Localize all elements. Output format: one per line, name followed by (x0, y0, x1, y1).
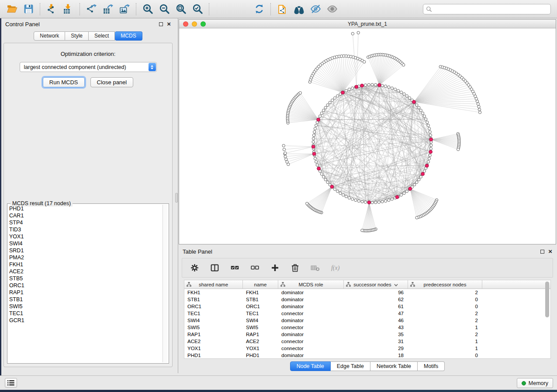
search-network-icon[interactable] (292, 2, 306, 16)
close-panel-icon[interactable]: × (167, 22, 171, 26)
mcds-result-item[interactable]: SRD1 (9, 247, 162, 254)
toolbar-separator (40, 3, 40, 15)
search-input[interactable] (423, 4, 551, 14)
mcds-result-scrollbar[interactable] (163, 205, 168, 362)
table-cell: ORC1 (184, 304, 243, 309)
deselect-all-checkboxes-icon[interactable] (249, 263, 260, 273)
mcds-result-item[interactable]: GCR1 (9, 317, 162, 324)
table-panel-title: Table Panel (183, 248, 212, 255)
mcds-result-item[interactable]: STP4 (9, 219, 162, 226)
zoom-selected-icon[interactable] (190, 2, 204, 16)
tab-node-table[interactable]: Node Table (290, 361, 331, 371)
table-row[interactable]: YOX1YOX1connector291 (184, 345, 550, 352)
mcds-result-item[interactable]: SWI4 (9, 240, 162, 247)
panel-splitter[interactable] (175, 18, 179, 373)
add-column-icon[interactable] (270, 263, 280, 273)
close-table-panel-icon[interactable]: × (548, 249, 552, 254)
table-row[interactable]: TEC1TEC1connector472 (184, 310, 550, 317)
optimization-criterion-value: largest connected component (undirected) (20, 64, 126, 70)
control-panel-tabs: NetworkStyleSelectMCDS (1, 31, 175, 41)
table-cell: 62 (344, 297, 408, 302)
mcds-result-item[interactable]: STB5 (9, 275, 162, 282)
close-panel-button[interactable]: Close panel (90, 77, 134, 87)
table-cell: 35 (344, 332, 408, 337)
mcds-result-item[interactable]: PHD1 (9, 205, 162, 212)
mcds-result-item[interactable]: TID3 (9, 226, 162, 233)
sort-indicator-icon (394, 282, 398, 287)
table-cell: SWI5 (184, 325, 243, 330)
import-table-icon[interactable] (61, 2, 75, 16)
splitter-grip[interactable] (175, 193, 178, 203)
table-cell: dominator (278, 332, 344, 337)
shared-column-icon (280, 282, 285, 288)
table-row[interactable]: ORC1ORC1dominator610 (184, 303, 550, 310)
network-window-titlebar[interactable]: YPA_prune.txt_1 (179, 20, 556, 28)
mcds-result-item[interactable]: CAR1 (9, 212, 162, 219)
mcds-result-item[interactable]: RAP1 (9, 289, 162, 296)
tab-edge-table[interactable]: Edge Table (331, 361, 370, 371)
table-row[interactable]: ACE2ACE2connector311 (184, 338, 550, 345)
open-file-icon[interactable] (5, 2, 19, 16)
tab-network-table[interactable]: Network Table (370, 361, 418, 371)
column-header-shared-name[interactable]: shared name (184, 280, 243, 289)
mcds-result-item[interactable]: ACE2 (9, 268, 162, 275)
hide-details-icon[interactable] (308, 2, 322, 16)
tab-network[interactable]: Network (34, 31, 65, 41)
mcds-result-item[interactable]: PMA2 (9, 254, 162, 261)
table-cell: TEC1 (184, 311, 243, 316)
task-history-button[interactable] (5, 378, 17, 388)
optimization-criterion-select[interactable]: largest connected component (undirected) (20, 62, 157, 72)
table-scrollbar-thumb[interactable] (545, 282, 549, 317)
zoom-in-icon[interactable] (141, 2, 155, 16)
network-canvas[interactable] (179, 29, 556, 244)
delete-column-icon[interactable] (290, 263, 300, 273)
mcds-result-item[interactable]: TEC1 (9, 310, 162, 317)
zoom-out-icon[interactable] (157, 2, 171, 16)
show-columns-icon[interactable] (209, 263, 220, 273)
node-table: shared namenameMCDS rolesuccessor nodesp… (184, 280, 551, 359)
table-row[interactable]: RAP1RAP1dominator352 (184, 331, 550, 338)
export-table-icon[interactable] (101, 2, 115, 16)
table-row[interactable]: SWI4SWI4dominator462 (184, 317, 550, 324)
zoom-fit-icon[interactable] (174, 2, 188, 16)
table-cell: connector (278, 311, 344, 316)
float-panel-icon[interactable] (159, 22, 163, 26)
column-header-MCDS-role[interactable]: MCDS role (278, 280, 344, 289)
tab-select[interactable]: Select (89, 31, 115, 41)
save-session-icon[interactable] (21, 2, 35, 16)
export-image-icon[interactable] (118, 2, 131, 16)
table-cell: 0 (408, 297, 482, 302)
table-row[interactable]: STB1STB1dominator620 (184, 296, 550, 303)
main-toolbar (0, 0, 557, 18)
export-network-icon[interactable] (84, 2, 98, 16)
table-row[interactable]: FKH1FKH1dominator962 (184, 289, 550, 296)
float-table-panel-icon[interactable] (540, 250, 544, 254)
shared-column-icon (187, 282, 191, 288)
column-header-successor-nodes[interactable]: successor nodes (344, 280, 408, 289)
column-header-predecessor-nodes[interactable]: predecessor nodes (408, 280, 482, 289)
mcds-result-item[interactable]: FKH1 (9, 261, 162, 268)
toolbar-separator (270, 3, 271, 15)
tab-motifs[interactable]: Motifs (418, 361, 445, 371)
function-builder-icon: f(x) (330, 263, 340, 273)
tab-mcds[interactable]: MCDS (115, 31, 142, 41)
shared-column-icon (410, 282, 415, 288)
table-cell: connector (278, 339, 344, 344)
table-row[interactable]: SWI5SWI5connector431 (184, 324, 550, 331)
table-row[interactable]: PHD1PHD1dominator180 (184, 352, 550, 359)
import-network-icon[interactable] (45, 2, 59, 16)
mcds-result-item[interactable]: STB1 (9, 296, 162, 303)
network-graph (179, 29, 557, 244)
run-mcds-button[interactable]: Run MCDS (43, 77, 85, 87)
show-details-eye-icon[interactable] (325, 2, 339, 16)
tab-style[interactable]: Style (65, 31, 89, 41)
mcds-result-item[interactable]: ORC1 (9, 282, 162, 289)
network-from-document-icon[interactable] (275, 2, 289, 16)
memory-button[interactable]: Memory (517, 378, 553, 388)
mcds-result-item[interactable]: SWI5 (9, 303, 162, 310)
table-settings-gear-icon[interactable] (189, 263, 200, 273)
refresh-layout-icon[interactable] (252, 2, 266, 16)
column-header-name[interactable]: name (243, 280, 278, 289)
mcds-result-item[interactable]: YOX1 (9, 233, 162, 240)
select-all-checkboxes-icon[interactable] (229, 263, 240, 273)
